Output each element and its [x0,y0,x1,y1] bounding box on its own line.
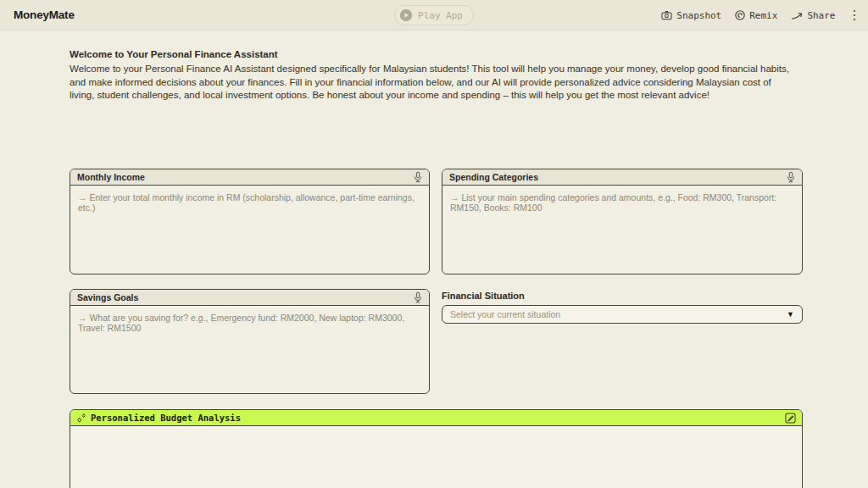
remix-icon [735,10,745,20]
share-arrow-icon [791,11,803,20]
app-window: MoneyMate Play App Snapshot [0,0,868,488]
chevron-down-icon: ▼ [787,311,794,319]
sparkles-icon [76,413,87,424]
snapshot-button[interactable]: Snapshot [661,10,721,21]
spending-categories-input[interactable] [442,186,802,274]
intro-paragraph: Welcome to your Personal Finance AI Assi… [70,63,797,103]
snapshot-label: Snapshot [676,10,721,21]
share-button[interactable]: Share [791,10,835,21]
topbar-actions: Snapshot Remix Share [661,0,860,30]
budget-analysis-header: Personalized Budget Analysis [70,410,802,426]
savings-goals-card: Savings Goals [70,289,430,394]
monthly-income-input[interactable] [70,186,429,274]
top-bar: MoneyMate Play App Snapshot [0,0,868,30]
budget-analysis-section: Personalized Budget Analysis [70,409,803,488]
monthly-income-card: Monthly Income [70,169,430,274]
budget-analysis-title: Personalized Budget Analysis [91,413,241,423]
camera-icon [661,10,672,20]
share-label: Share [807,10,835,21]
remix-button[interactable]: Remix [735,10,777,21]
monthly-income-label: Monthly Income [77,172,145,182]
play-icon [399,8,413,22]
monthly-income-header: Monthly Income [70,169,429,186]
savings-goals-label: Savings Goals [77,292,138,302]
remix-label: Remix [749,10,777,21]
intro-heading: Welcome to Your Personal Finance Assista… [70,49,278,59]
financial-situation-label: Financial Situation [442,291,525,301]
savings-goals-input[interactable] [70,306,429,393]
microphone-icon[interactable] [414,291,422,303]
microphone-icon[interactable] [787,171,795,183]
play-app-button[interactable]: Play App [394,5,474,25]
financial-situation-select[interactable]: Select your current situation ▼ [442,305,803,324]
edit-icon[interactable] [785,413,796,424]
microphone-icon[interactable] [414,171,422,183]
spending-categories-header: Spending Categories [442,169,802,186]
play-app-label: Play App [418,10,463,21]
more-options-button[interactable] [849,7,860,25]
savings-goals-header: Savings Goals [70,290,429,306]
financial-situation-value: Select your current situation [450,309,560,319]
app-title: MoneyMate [14,8,75,21]
spending-categories-label: Spending Categories [449,172,538,182]
spending-categories-card: Spending Categories [442,169,803,274]
